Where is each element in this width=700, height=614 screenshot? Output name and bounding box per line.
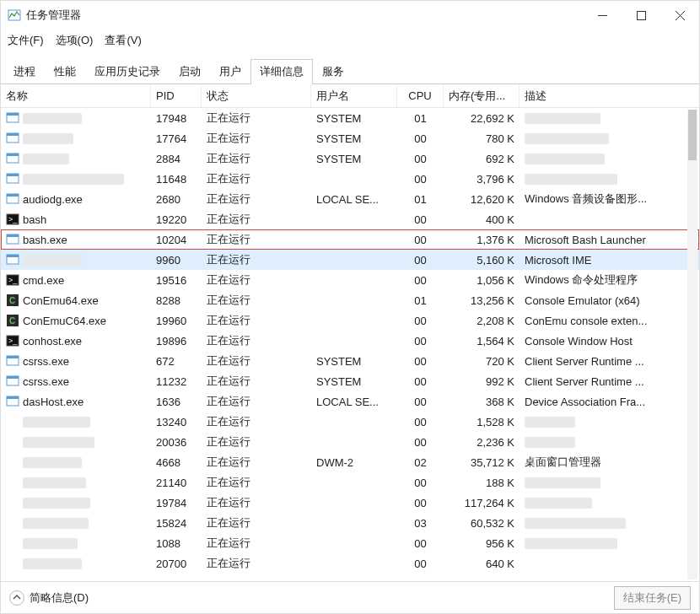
table-row[interactable]: 21140正在运行00188 K <box>1 472 699 493</box>
cell-user <box>311 533 397 553</box>
cell-pid: 1636 <box>151 391 202 412</box>
cell-cpu: 00 <box>397 209 444 229</box>
cell-user <box>311 412 397 432</box>
scrollbar-thumb[interactable] <box>688 110 697 160</box>
table-row[interactable]: audiodg.exe2680正在运行LOCAL SE...0112,620 K… <box>1 189 699 209</box>
footer: 简略信息(D) 结束任务(E) <box>1 581 699 613</box>
svg-rect-14 <box>7 194 19 197</box>
cell-mem: 35,712 K <box>444 452 520 472</box>
redacted-desc <box>525 518 626 529</box>
col-desc[interactable]: 描述 <box>520 84 699 107</box>
table-row[interactable]: dasHost.exe1636正在运行LOCAL SE...00368 KDev… <box>1 391 699 412</box>
col-mem[interactable]: 内存(专用... <box>444 84 520 107</box>
tab-startup[interactable]: 启动 <box>170 59 210 84</box>
redacted-desc <box>525 437 575 448</box>
cell-status: 正在运行 <box>202 351 311 371</box>
cell-user: SYSTEM <box>311 371 397 391</box>
redacted-name <box>23 255 82 266</box>
table-row[interactable]: 19784正在运行00117,264 K <box>1 493 699 513</box>
cell-pid: 15824 <box>151 513 202 533</box>
tab-services[interactable]: 服务 <box>313 59 353 84</box>
table-row[interactable]: >_conhost.exe19896正在运行001,564 KConsole W… <box>1 331 699 351</box>
cell-name <box>1 472 151 493</box>
table-row[interactable]: >_bash19220正在运行00400 K <box>1 209 699 229</box>
vertical-scrollbar[interactable] <box>687 110 697 579</box>
cell-status: 正在运行 <box>202 472 311 493</box>
cell-user <box>311 209 397 229</box>
svg-rect-2 <box>637 11 645 19</box>
cell-status: 正在运行 <box>202 391 311 412</box>
close-button[interactable] <box>660 1 699 30</box>
table-row[interactable]: csrss.exe11232正在运行SYSTEM00992 KClient Se… <box>1 371 699 391</box>
col-name[interactable]: 名称 <box>1 84 151 107</box>
cell-cpu: 00 <box>397 148 444 169</box>
table-row[interactable]: 2884正在运行SYSTEM00692 K <box>1 148 699 169</box>
cell-pid: 21140 <box>151 472 202 493</box>
table-row[interactable]: 20700正在运行00640 K <box>1 553 699 574</box>
cell-status: 正在运行 <box>202 209 311 229</box>
cell-user <box>311 270 397 290</box>
fewer-details-label[interactable]: 简略信息(D) <box>30 590 89 606</box>
process-name: bash.exe <box>23 234 67 246</box>
cell-mem: 117,264 K <box>444 493 520 513</box>
minimize-button[interactable] <box>583 1 622 30</box>
process-name: ConEmu64.exe <box>23 294 99 307</box>
menu-view[interactable]: 查看(V) <box>105 33 141 48</box>
col-pid[interactable]: PID <box>151 84 202 107</box>
table-row[interactable]: >_cmd.exe19516正在运行001,056 KWindows 命令处理程… <box>1 270 699 290</box>
cell-status: 正在运行 <box>202 412 311 432</box>
table-row[interactable]: CConEmu64.exe8288正在运行0113,256 KConsole E… <box>1 290 699 310</box>
cell-cpu: 00 <box>397 250 444 270</box>
cell-status: 正在运行 <box>202 533 311 553</box>
cell-cpu: 00 <box>397 533 444 553</box>
tab-performance[interactable]: 性能 <box>45 59 85 84</box>
menu-file[interactable]: 文件(F) <box>8 33 44 48</box>
tab-users[interactable]: 用户 <box>210 59 250 84</box>
menu-options[interactable]: 选项(O) <box>56 33 94 48</box>
cell-status: 正在运行 <box>202 229 311 250</box>
col-cpu[interactable]: CPU <box>397 84 444 107</box>
cell-name: >_conhost.exe <box>1 331 151 351</box>
cell-mem: 640 K <box>444 553 520 574</box>
table-row[interactable]: 17948正在运行SYSTEM0122,692 K <box>1 108 699 128</box>
table-row[interactable]: 4668正在运行DWM-20235,712 K桌面窗口管理器 <box>1 452 699 472</box>
fewer-details-chevron-icon[interactable] <box>9 590 24 606</box>
table-row[interactable]: 13240正在运行001,528 K <box>1 412 699 432</box>
col-status[interactable]: 状态 <box>202 84 311 107</box>
process-name: csrss.exe <box>23 355 69 368</box>
table-row[interactable]: 11648正在运行003,796 K <box>1 169 699 189</box>
cell-name: bash.exe <box>1 229 151 250</box>
tab-details[interactable]: 详细信息 <box>250 59 313 84</box>
cell-mem: 368 K <box>444 391 520 412</box>
cell-name <box>1 513 151 533</box>
cell-name: CConEmuC64.exe <box>1 310 151 331</box>
tab-processes[interactable]: 进程 <box>4 59 45 84</box>
cell-user: LOCAL SE... <box>311 189 397 209</box>
cell-status: 正在运行 <box>202 148 311 169</box>
col-user[interactable]: 用户名 <box>311 84 397 107</box>
maximize-button[interactable] <box>622 1 660 30</box>
cell-cpu: 00 <box>397 229 444 250</box>
cell-status: 正在运行 <box>202 189 311 209</box>
table-row[interactable]: csrss.exe672正在运行SYSTEM00720 KClient Serv… <box>1 351 699 371</box>
table-row[interactable]: bash.exe10204正在运行001,376 KMicrosoft Bash… <box>1 229 699 250</box>
cell-name <box>1 452 151 472</box>
cell-desc <box>520 553 699 574</box>
end-task-button[interactable]: 结束任务(E) <box>614 586 691 610</box>
cell-pid: 13240 <box>151 412 202 432</box>
cell-desc <box>520 209 699 229</box>
redacted-name <box>23 477 86 488</box>
table-row[interactable]: 17764正在运行SYSTEM00780 K <box>1 128 699 148</box>
table-row[interactable]: 1088正在运行00956 K <box>1 533 699 553</box>
table-row[interactable]: 9960正在运行005,160 KMicrosoft IME <box>1 250 699 270</box>
cell-name <box>1 553 151 574</box>
cell-name <box>1 432 151 452</box>
table-row[interactable]: CConEmuC64.exe19960正在运行002,208 KConEmu c… <box>1 310 699 331</box>
table-row[interactable]: 15824正在运行0360,532 K <box>1 513 699 533</box>
cell-pid: 17764 <box>151 128 202 148</box>
redacted-name <box>23 437 94 448</box>
cell-pid: 17948 <box>151 108 202 128</box>
cell-user: LOCAL SE... <box>311 391 397 412</box>
tab-history[interactable]: 应用历史记录 <box>85 59 170 84</box>
table-row[interactable]: 20036正在运行002,236 K <box>1 432 699 452</box>
